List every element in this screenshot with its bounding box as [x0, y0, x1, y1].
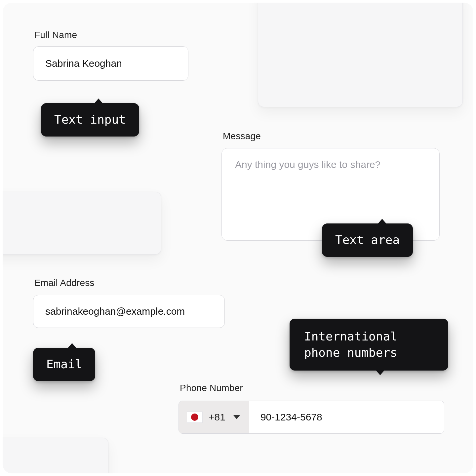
- phone-number-input[interactable]: 90-1234-5678: [249, 401, 444, 433]
- country-code-selector[interactable]: +81: [179, 401, 249, 433]
- tag-label: Email: [46, 357, 82, 371]
- tooltip-arrow-icon: [67, 343, 77, 348]
- full-name-value: Sabrina Keoghan: [45, 58, 122, 69]
- tooltip-arrow-icon: [377, 219, 387, 224]
- full-name-label: Full Name: [34, 30, 77, 40]
- tooltip-arrow-icon: [376, 370, 385, 375]
- decorative-card: [3, 438, 108, 473]
- phone-input[interactable]: +81 90-1234-5678: [178, 401, 444, 434]
- phone-number-value: 90-1234-5678: [260, 412, 322, 423]
- chevron-down-icon: [233, 415, 240, 419]
- tag-label: International phone numbers: [304, 330, 397, 359]
- tag-email: Email: [33, 348, 95, 381]
- message-placeholder: Any thing you guys like to share?: [235, 159, 380, 170]
- canvas: Full Name Sabrina Keoghan Text input Mes…: [3, 3, 473, 473]
- tag-label: Text input: [54, 113, 126, 126]
- email-input[interactable]: sabrinakeoghan@example.com: [33, 295, 225, 328]
- tag-text-input: Text input: [41, 103, 139, 137]
- decorative-card: [258, 3, 463, 107]
- email-value: sabrinakeoghan@example.com: [45, 306, 185, 317]
- tooltip-arrow-icon: [94, 99, 103, 104]
- email-label: Email Address: [34, 278, 95, 288]
- full-name-input[interactable]: Sabrina Keoghan: [33, 46, 188, 81]
- country-code: +81: [209, 412, 225, 423]
- decorative-card: [3, 192, 161, 255]
- tag-intl-phone: International phone numbers: [290, 319, 448, 371]
- tag-label: Text area: [335, 233, 400, 247]
- message-label: Message: [223, 131, 261, 141]
- phone-label: Phone Number: [180, 383, 243, 393]
- japan-flag-icon: [187, 412, 203, 423]
- tag-text-area: Text area: [322, 223, 413, 257]
